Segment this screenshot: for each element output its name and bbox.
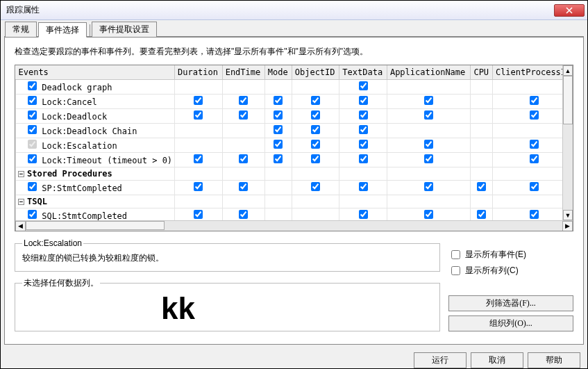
scroll-down-icon[interactable]: ▼ <box>563 210 573 220</box>
horizontal-scrollbar[interactable]: ◀ ▶ <box>15 220 573 231</box>
event-row[interactable]: Lock:Escalation <box>16 138 573 153</box>
column-header[interactable]: Duration <box>175 65 223 80</box>
column-checkbox[interactable] <box>424 210 433 219</box>
organize-columns-button[interactable]: 组织列(O)... <box>448 315 573 331</box>
column-checkbox[interactable] <box>194 96 203 105</box>
column-checkbox[interactable] <box>424 154 433 163</box>
column-checkbox[interactable] <box>530 154 539 163</box>
scroll-up-icon[interactable]: ▲ <box>563 65 573 76</box>
grid-cell[interactable] <box>222 80 264 95</box>
grid-cell[interactable] <box>339 153 387 167</box>
column-checkbox[interactable] <box>311 96 320 105</box>
grid-cell[interactable] <box>264 138 292 153</box>
grid-cell[interactable] <box>387 95 471 109</box>
event-name-cell[interactable]: Lock:Deadlock <box>16 109 175 124</box>
column-checkbox[interactable] <box>424 110 433 120</box>
event-enable-checkbox[interactable] <box>28 125 37 134</box>
event-enable-checkbox[interactable] <box>28 140 37 149</box>
event-row[interactable]: Lock:Deadlock <box>16 109 573 124</box>
column-checkbox[interactable] <box>194 182 203 191</box>
grid-cell[interactable] <box>175 124 223 138</box>
column-checkbox[interactable] <box>194 154 203 163</box>
tab-event-select[interactable]: 事件选择 <box>38 22 87 38</box>
scroll-thumb-h[interactable] <box>26 221 165 230</box>
scroll-thumb-v[interactable] <box>563 76 573 124</box>
column-checkbox[interactable] <box>311 140 320 149</box>
event-name-cell[interactable]: Deadlock graph <box>16 80 175 95</box>
grid-cell[interactable] <box>492 153 573 167</box>
event-row[interactable]: Lock:Cancel <box>16 95 573 109</box>
grid-cell[interactable] <box>471 95 493 109</box>
grid-cell[interactable] <box>264 167 292 181</box>
scroll-left-icon[interactable]: ◀ <box>15 221 26 231</box>
grid-cell[interactable] <box>339 109 387 124</box>
grid-cell[interactable] <box>222 153 264 167</box>
grid-cell[interactable] <box>222 109 264 124</box>
event-row[interactable]: Lock:Deadlock Chain <box>16 124 573 138</box>
show-all-events-option[interactable]: 显示所有事件(E) <box>448 248 573 261</box>
column-checkbox[interactable] <box>311 110 320 120</box>
grid-cell[interactable] <box>339 80 387 95</box>
column-checkbox[interactable] <box>239 96 248 105</box>
scroll-track-v[interactable] <box>563 76 573 210</box>
column-checkbox[interactable] <box>530 140 539 149</box>
grid-cell[interactable] <box>222 95 264 109</box>
event-enable-checkbox[interactable] <box>28 182 37 191</box>
grid-cell[interactable] <box>471 80 493 95</box>
event-row[interactable]: SQL:StmtCompleted <box>16 208 573 221</box>
grid-cell[interactable] <box>292 80 339 95</box>
column-header[interactable]: ObjectID <box>292 65 339 80</box>
event-name-cell[interactable]: −TSQL <box>16 195 175 208</box>
show-all-events-checkbox[interactable] <box>451 250 460 259</box>
grid-cell[interactable] <box>175 181 223 195</box>
run-button[interactable]: 运行 <box>414 352 467 368</box>
grid-cell[interactable] <box>292 153 339 167</box>
grid-cell[interactable] <box>339 138 387 153</box>
event-name-cell[interactable]: −Stored Procedures <box>16 167 175 181</box>
grid-cell[interactable] <box>175 109 223 124</box>
group-row[interactable]: −Stored Procedures <box>16 167 573 181</box>
grid-cell[interactable] <box>339 181 387 195</box>
grid-cell[interactable] <box>264 109 292 124</box>
grid-cell[interactable] <box>492 109 573 124</box>
column-checkbox[interactable] <box>530 182 539 191</box>
column-checkbox[interactable] <box>311 154 320 163</box>
scroll-right-icon[interactable]: ▶ <box>562 221 573 231</box>
grid-cell[interactable] <box>175 153 223 167</box>
tab-general[interactable]: 常规 <box>5 22 37 37</box>
grid-cell[interactable] <box>292 124 339 138</box>
grid-cell[interactable] <box>492 181 573 195</box>
show-all-cols-option[interactable]: 显示所有列(C) <box>448 264 573 277</box>
help-button[interactable]: 帮助 <box>528 352 580 368</box>
event-row[interactable]: Lock:Timeout (timeout > 0) <box>16 153 573 167</box>
column-checkbox[interactable] <box>359 140 368 149</box>
scroll-track-h[interactable] <box>26 221 562 231</box>
grid-cell[interactable] <box>471 153 493 167</box>
grid-cell[interactable] <box>292 109 339 124</box>
grid-cell[interactable] <box>387 153 471 167</box>
column-checkbox[interactable] <box>359 110 368 120</box>
grid-cell[interactable] <box>264 195 292 208</box>
event-name-cell[interactable]: Lock:Escalation <box>16 138 175 153</box>
event-name-cell[interactable]: SQL:StmtCompleted <box>16 208 175 221</box>
column-checkbox[interactable] <box>477 210 486 219</box>
column-checkbox[interactable] <box>424 96 433 105</box>
grid-cell[interactable] <box>175 95 223 109</box>
grid-cell[interactable] <box>387 208 471 221</box>
column-header[interactable]: Mode <box>264 65 292 80</box>
grid-cell[interactable] <box>387 167 471 181</box>
event-row[interactable]: Deadlock graph <box>16 80 573 95</box>
column-checkbox[interactable] <box>274 154 283 163</box>
column-checkbox[interactable] <box>424 140 433 149</box>
column-checkbox[interactable] <box>239 182 248 191</box>
grid-cell[interactable] <box>175 208 223 221</box>
grid-cell[interactable] <box>339 124 387 138</box>
grid-cell[interactable] <box>387 109 471 124</box>
event-name-cell[interactable]: SP:StmtCompleted <box>16 181 175 195</box>
grid-cell[interactable] <box>222 195 264 208</box>
column-checkbox[interactable] <box>359 154 368 163</box>
grid-cell[interactable] <box>471 181 493 195</box>
column-checkbox[interactable] <box>530 96 539 105</box>
column-checkbox[interactable] <box>530 210 539 219</box>
grid-cell[interactable] <box>492 208 573 221</box>
